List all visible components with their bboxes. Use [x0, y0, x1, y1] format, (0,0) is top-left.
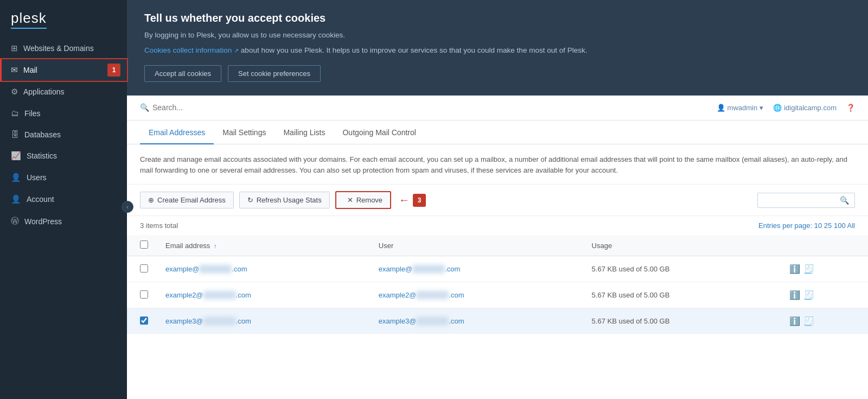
row2-checkbox[interactable]	[140, 290, 148, 299]
sidebar-item-wordpress[interactable]: Ⓦ WordPress	[0, 210, 127, 232]
row3-user-link[interactable]: example3@ .com	[379, 317, 464, 325]
email-col-label: Email address	[165, 242, 210, 250]
user-col-label: User	[379, 242, 393, 250]
row3-download-icon[interactable]: 🧾	[803, 316, 814, 326]
row3-info-icon[interactable]: ℹ️	[789, 316, 800, 326]
page-description: Create and manage email accounts associa…	[127, 144, 868, 185]
row3-email-link[interactable]: example3@ .com	[165, 317, 251, 325]
annotation-3: 3	[413, 194, 426, 207]
entries-all[interactable]: All	[847, 221, 855, 230]
row1-actions: ℹ️ 🧾	[781, 256, 868, 282]
statistics-icon: 📈	[11, 151, 21, 161]
remove-btn[interactable]: ✕ Remove	[335, 191, 391, 209]
row3-email: example3@ .com	[157, 308, 370, 334]
row2-email-blurred	[203, 291, 236, 299]
tab-mail-settings[interactable]: Mail Settings	[214, 121, 275, 144]
user-icon: 👤	[717, 104, 725, 112]
create-email-address-btn[interactable]: ⊕ Create Email Address	[140, 192, 234, 208]
main-content: Tell us whether you accept cookies By lo…	[127, 0, 868, 399]
select-all-checkbox[interactable]	[140, 240, 148, 249]
row1-select: 2 →	[127, 256, 157, 282]
topbar-domain[interactable]: 🌐 idigitalcamp.com	[773, 104, 837, 112]
sidebar-item-mail[interactable]: ✉ Mail 1	[0, 59, 127, 81]
cookie-banner: Tell us whether you accept cookies By lo…	[127, 0, 868, 96]
cookie-info-link[interactable]: Cookies collect information ↗	[144, 46, 241, 54]
row1-info-icon[interactable]: ℹ️	[789, 264, 800, 274]
row2-select	[127, 282, 157, 308]
logo: plesk	[0, 0, 127, 37]
set-cookie-preferences-btn[interactable]: Set cookie preferences	[228, 65, 321, 82]
select-all-col	[127, 235, 157, 256]
accept-all-cookies-btn[interactable]: Accept all cookies	[144, 65, 221, 82]
tab-email-addresses[interactable]: Email Addresses	[140, 121, 214, 144]
mail-icon: ✉	[11, 65, 18, 75]
annotation-3-container: ← 3	[399, 194, 426, 207]
row2-user-link[interactable]: example2@ .com	[379, 291, 464, 299]
search-icon: 🔍	[140, 103, 149, 112]
tab-outgoing-mail[interactable]: Outgoing Mail Control	[334, 121, 424, 144]
sidebar-item-applications[interactable]: ⚙ Applications	[0, 81, 127, 103]
content-area: Email Addresses Mail Settings Mailing Li…	[127, 121, 868, 400]
row3-email-blurred	[203, 317, 236, 325]
table-row: 2 → example@ .com example@ .com	[127, 256, 868, 282]
usage-col-header: Usage	[583, 235, 781, 256]
row1-email-link[interactable]: example@ .com	[165, 265, 247, 273]
row3-checkbox[interactable]	[140, 316, 148, 325]
row2-email: example2@ .com	[157, 282, 370, 308]
databases-icon: 🗄	[11, 130, 19, 139]
users-icon: 👤	[11, 173, 21, 182]
tab-mailing-lists-label: Mailing Lists	[283, 128, 325, 137]
sidebar-nav: ⊞ Websites & Domains ✉ Mail 1 ⚙ Applicat…	[0, 37, 127, 399]
entries-10[interactable]: 10	[814, 221, 822, 230]
cookie-banner-desc2: Cookies collect information ↗ about how …	[144, 45, 851, 56]
row1-checkbox[interactable]	[140, 264, 148, 273]
row1-user-link[interactable]: example@ .com	[379, 265, 461, 273]
table-head: Email address ↑ User Usage	[127, 235, 868, 256]
row1-download-icon[interactable]: 🧾	[803, 264, 814, 274]
row1-user-blurred	[412, 265, 445, 273]
tab-mailing-lists[interactable]: Mailing Lists	[275, 121, 334, 144]
email-col-header[interactable]: Email address ↑	[157, 235, 370, 256]
plus-icon: ⊕	[148, 196, 154, 204]
sidebar-item-users[interactable]: 👤 Users	[0, 167, 127, 188]
table-search-input[interactable]	[763, 196, 840, 204]
globe-icon: 🌐	[773, 104, 782, 112]
refresh-stats-label: Refresh Usage Stats	[257, 196, 322, 204]
table-row: example3@ .com example3@ .com 5.67 KB us…	[127, 308, 868, 334]
sidebar-collapse-btn[interactable]: ‹	[122, 201, 133, 213]
refresh-usage-stats-btn[interactable]: ↻ Refresh Usage Stats	[239, 192, 330, 208]
search-input[interactable]	[152, 103, 250, 112]
row1-user: example@ .com	[370, 256, 583, 282]
actions-bar: ⊕ Create Email Address ↻ Refresh Usage S…	[127, 185, 868, 216]
row2-email-link[interactable]: example2@ .com	[165, 291, 251, 299]
row2-info-icon[interactable]: ℹ️	[789, 290, 800, 300]
annotation-1: 1	[107, 64, 120, 77]
entries-25[interactable]: 25	[824, 221, 832, 230]
row3-actions: ℹ️ 🧾	[781, 308, 868, 334]
sidebar-item-account[interactable]: 👤 Account	[0, 188, 127, 210]
entries-label: Entries per page:	[758, 221, 812, 230]
user-col-header: User	[370, 235, 583, 256]
sidebar-label-wordpress: WordPress	[24, 217, 62, 226]
tab-email-label: Email Addresses	[149, 128, 205, 137]
row2-email-suffix: .com	[236, 291, 251, 299]
annotation-arrow-3: ←	[399, 194, 410, 206]
sidebar-item-statistics[interactable]: 📈 Statistics	[0, 145, 127, 167]
sidebar-label-databases: Databases	[24, 130, 61, 139]
row3-usage: 5.67 KB used of 5.00 GB	[583, 308, 781, 334]
topbar-domain-label: idigitalcamp.com	[784, 104, 837, 112]
help-icon[interactable]: ❓	[846, 104, 855, 112]
sidebar-item-databases[interactable]: 🗄 Databases	[0, 124, 127, 145]
row1-email: example@ .com	[157, 256, 370, 282]
cookie-banner-title: Tell us whether you accept cookies	[144, 12, 851, 24]
sidebar-item-files[interactable]: 🗂 Files	[0, 103, 127, 124]
topbar-user[interactable]: 👤 mwadmin ▾	[717, 104, 764, 112]
row2-usage: 5.67 KB used of 5.00 GB	[583, 282, 781, 308]
cookie-btn-row: Accept all cookies Set cookie preference…	[144, 65, 851, 82]
row1-email-blurred	[199, 265, 232, 273]
sidebar-item-websites-domains[interactable]: ⊞ Websites & Domains	[0, 37, 127, 59]
row2-user-blurred	[416, 291, 449, 299]
tab-outgoing-label: Outgoing Mail Control	[342, 128, 416, 137]
entries-100[interactable]: 100	[834, 221, 846, 230]
row2-download-icon[interactable]: 🧾	[803, 290, 814, 300]
